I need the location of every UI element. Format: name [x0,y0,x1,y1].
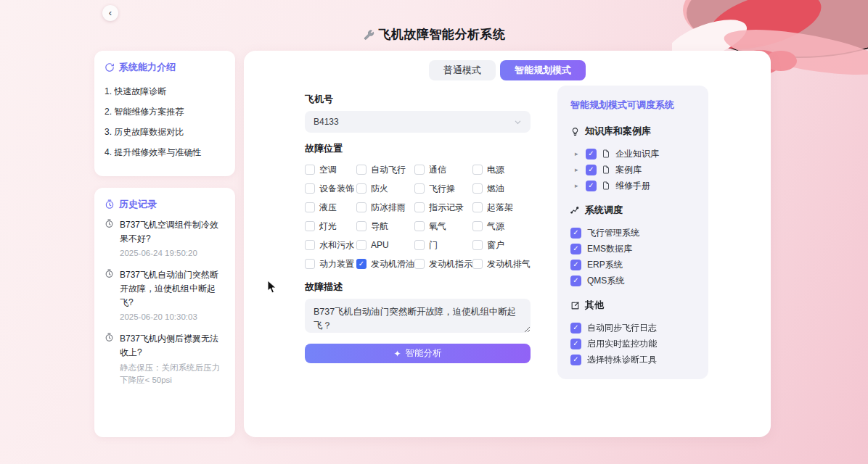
location-checkbox[interactable]: ✓ 气源 [472,217,531,236]
location-label: 发动机指示 [429,258,472,270]
other-item[interactable]: ✓ 启用实时监控功能 [570,336,695,352]
location-checkbox[interactable]: ✓ 起落架 [472,198,531,217]
location-checkbox[interactable]: ✓ 防火 [356,179,414,198]
checkbox-icon: ✓ [356,259,367,269]
fault-description-input[interactable]: B737飞机自动油门突然断开故障，迫使机组中断起飞？ [305,299,531,333]
history-item-text: B737飞机内侧后襟翼无法收上? [120,332,225,359]
checkbox-icon: ✓ [472,240,483,250]
location-checkbox[interactable]: ✓ 自动飞行 [356,160,414,179]
location-checkbox[interactable]: ✓ 液压 [305,198,356,217]
location-checkbox[interactable]: ✓ 氧气 [414,217,472,236]
location-checkbox[interactable]: ✓ 防冰排雨 [356,198,414,217]
analyze-button[interactable]: ✦ 智能分析 [305,344,531,363]
dispatch-item-label: 飞行管理系统 [587,227,639,239]
location-checkbox[interactable]: ✓ 窗户 [472,236,531,254]
history-item[interactable]: B737飞机自动油门突然断开故障，迫使机组中断起飞? 2025-06-20 10… [105,268,225,323]
location-label: 气源 [487,220,504,233]
checkbox-icon[interactable]: ✓ [586,149,597,160]
location-checkbox[interactable]: ✓ 燃油 [472,179,531,198]
checkbox-icon: ✓ [414,240,425,250]
checkbox-icon: ✓ [414,202,425,212]
location-checkbox[interactable]: ✓ 导航 [356,217,414,236]
knowledge-item[interactable]: ▸ ✓ 维修手册 [570,178,695,194]
caret-right-icon[interactable]: ▸ [575,151,581,157]
sparkle-icon: ✦ [393,349,401,359]
dispatch-item[interactable]: ✓ QMS系统 [570,273,695,289]
clock-icon [105,199,115,210]
location-checkbox[interactable]: ✓ 电源 [472,160,531,179]
location-label: 起落架 [487,202,513,214]
location-checkbox[interactable]: ✓ 灯光 [305,217,356,236]
dispatch-item[interactable]: ✓ ERP系统 [570,257,695,273]
location-checkbox[interactable]: ✓ APU [356,236,414,254]
location-label: 通信 [429,164,446,176]
other-section: 其他 ✓ 自动同步飞行日志 ✓ 启用实时监控功能 ✓ 选择特殊诊断工具 [570,299,695,368]
history-title: 历史记录 [105,198,225,211]
location-label: 灯光 [319,220,337,233]
checkbox-icon[interactable]: ✓ [586,181,597,191]
tab-normal-mode[interactable]: 普通模式 [429,60,496,80]
checkbox-icon: ✓ [414,259,425,269]
location-label: 指示记录 [429,202,464,214]
stopwatch-icon [105,268,115,323]
location-label: 飞行操 [429,183,455,195]
location-label: 燃油 [487,183,504,195]
location-checkbox[interactable]: ✓ 门 [414,236,472,254]
caret-right-icon[interactable]: ▸ [575,167,581,173]
location-checkbox[interactable]: ✓ 发动机指示 [414,254,472,273]
location-checkbox[interactable]: ✓ 通信 [414,160,472,179]
checkbox-icon: ✓ [414,165,425,175]
dispatch-item[interactable]: ✓ EMS数据库 [570,241,695,257]
location-checkbox[interactable]: ✓ 空调 [305,160,356,179]
location-checkbox[interactable]: ✓ 水和污水 [305,236,356,254]
location-label: 动力装置 [319,258,354,270]
other-item-label: 启用实时监控功能 [587,338,657,350]
knowledge-section-title: 知识库和案例库 [570,125,695,138]
other-section-title: 其他 [570,299,695,312]
panel-title: 智能规划模式可调度系统 [570,99,695,112]
other-item-label: 选择特殊诊断工具 [587,354,657,366]
checkbox-icon: ✓ [305,221,315,231]
plane-number-select[interactable]: B4133 [305,111,531,133]
back-button[interactable]: ‹ [102,5,118,21]
location-checkbox[interactable]: ✓ 指示记录 [414,198,472,217]
checkbox-icon: ✓ [570,260,581,270]
dispatch-section-title: 系统调度 [570,204,695,217]
checkbox-icon: ✓ [305,165,315,175]
capability-item: 4. 提升维修效率与准确性 [105,142,225,162]
other-item[interactable]: ✓ 选择特殊诊断工具 [570,352,695,368]
location-label: 水和污水 [319,239,354,252]
dispatch-panel: 智能规划模式可调度系统 知识库和案例库 ▸ ✓ 企业知识库 [557,86,708,379]
checkbox-icon: ✓ [570,323,581,334]
history-item-body: B737飞机空调组件制冷效果不好? 2025-06-24 19:50:20 [120,218,225,260]
checkbox-icon: ✓ [472,221,483,231]
checkbox-icon: ✓ [472,165,483,175]
wrench-icon [363,29,374,41]
other-item[interactable]: ✓ 自动同步飞行日志 [570,320,695,336]
network-icon [570,206,580,215]
history-item[interactable]: B737飞机空调组件制冷效果不好? 2025-06-24 19:50:20 [105,218,225,260]
stopwatch-icon [105,218,115,260]
tab-smart-planning-mode[interactable]: 智能规划模式 [500,60,586,80]
checkbox-icon: ✓ [472,183,483,194]
location-label: 发动机排气 [487,258,531,270]
knowledge-item[interactable]: ▸ ✓ 企业知识库 [570,146,695,162]
checkbox-icon: ✓ [570,339,581,349]
history-item[interactable]: B737飞机内侧后襟翼无法收上? 静态保压：关闭系统后压力下降应< 50psi [105,332,225,386]
caret-right-icon[interactable]: ▸ [575,183,581,189]
checkbox-icon: ✓ [472,202,483,212]
checkbox-icon[interactable]: ✓ [586,165,597,175]
knowledge-item[interactable]: ▸ ✓ 案例库 [570,162,695,178]
history-card: 历史记录 B737飞机空调组件制冷效果不好? 2025-06-24 19:50:… [94,188,235,437]
dispatch-section: 系统调度 ✓ 飞行管理系统 ✓ EMS数据库 ✓ ERP系统 ✓ [570,204,695,289]
knowledge-item-label: 案例库 [615,164,642,176]
gauge-icon [105,62,115,72]
location-checkbox[interactable]: ✓ 设备装饰 [305,179,356,198]
dispatch-item[interactable]: ✓ 飞行管理系统 [570,225,695,241]
location-checkbox[interactable]: ✓ 飞行操 [414,179,472,198]
location-checkbox[interactable]: ✓ 动力装置 [305,254,356,273]
location-checkbox[interactable]: ✓ 发动机滑油 [356,254,414,273]
location-label: 窗户 [487,239,504,252]
location-checkbox[interactable]: ✓ 发动机排气 [472,254,531,273]
knowledge-item-label: 维修手册 [615,180,650,192]
